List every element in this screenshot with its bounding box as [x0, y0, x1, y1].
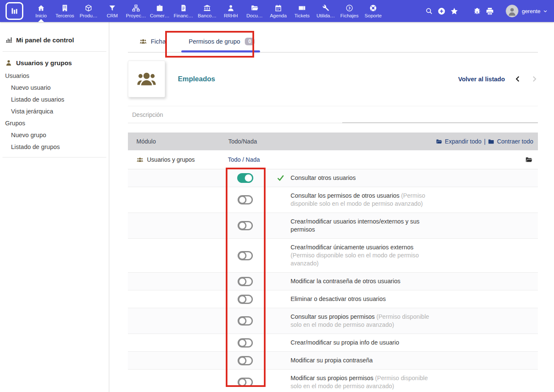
tab-permisos-de-grupo[interactable]: Permisos de grupo 0	[177, 31, 266, 52]
sidebar-item-nuevo-grupo[interactable]: Nuevo grupo	[0, 129, 109, 141]
sidebar-item-users-groups[interactable]: Usuarios y grupos	[0, 56, 109, 70]
debug-bug-icon[interactable]	[471, 4, 484, 18]
divider	[3, 51, 106, 52]
permission-toggle[interactable]	[238, 378, 253, 387]
group-photo-card	[128, 61, 165, 97]
print-icon[interactable]	[484, 4, 496, 18]
permission-row: Modificar la contraseña de otros usuario…	[128, 273, 538, 290]
user-silhouette-icon	[507, 7, 517, 17]
divider	[3, 157, 106, 157]
chevron-left-icon[interactable]	[514, 75, 521, 83]
top-navbar: Inicio Terceros Produ… CRM Proyec… Comer…	[0, 0, 554, 22]
quick-add-icon[interactable]	[435, 4, 448, 18]
sidebar-item-nuevo-usuario[interactable]: Nuevo usuario	[0, 82, 109, 94]
column-header-toggle: Todo/Nada	[220, 138, 270, 145]
permission-toggle[interactable]	[238, 295, 253, 304]
permission-toggle[interactable]	[238, 356, 253, 365]
permission-label: Consultar sus propios permisos	[291, 313, 375, 320]
permission-label: Modificar la contraseña de otros usuario…	[291, 278, 400, 284]
chevron-right-icon	[531, 75, 538, 83]
sidebar-menu-groups: UsuariosNuevo usuarioListado de usuarios…	[0, 70, 109, 153]
bookmark-star-icon[interactable]	[448, 4, 461, 18]
permission-toggle[interactable]	[238, 338, 253, 348]
left-sidebar: Mi panel de control Usuarios y grupos Us…	[0, 22, 109, 392]
description-label: Descripción	[128, 106, 342, 123]
permissions-table: Módulo Todo/Nada Expandir todo | Contrae…	[128, 133, 538, 392]
permission-row: Consultar los permisos de otros usuarios…	[128, 187, 538, 213]
user-icon	[5, 59, 12, 66]
column-header-module: Módulo	[128, 138, 220, 145]
building-icon	[61, 4, 69, 12]
sidebar-item-listado-de-grupos[interactable]: Listado de grupos	[0, 141, 109, 153]
permission-toggle[interactable]	[238, 195, 253, 204]
navbar-item-rrhh[interactable]: RRHH	[219, 0, 243, 22]
todo-nada-link[interactable]: Todo / Nada	[228, 156, 260, 163]
permission-label: Modificar su propia contraseña	[291, 357, 373, 364]
collapse-all-link[interactable]: Contraer todo	[488, 138, 533, 145]
permission-row: Crear/modificar usuarios internos/extern…	[128, 213, 538, 239]
users-group-icon	[136, 68, 158, 90]
permission-toggle[interactable]	[238, 277, 253, 286]
chart-bar-icon	[5, 36, 12, 44]
chevron-down-icon[interactable]	[543, 8, 548, 14]
permissions-count-badge: 0	[245, 38, 255, 45]
sidebar-item-dashboard[interactable]: Mi panel de control	[0, 33, 109, 47]
permission-rows: Consultar otros usuarios Consultar los p…	[128, 169, 538, 392]
navbar-item-fichajes[interactable]: Fichajes	[338, 0, 361, 22]
navbar-item-terceros[interactable]: Terceros	[53, 0, 77, 22]
group-header: Empleados Volver al listado	[128, 61, 538, 97]
navbar-item-crm[interactable]: CRM	[100, 0, 124, 22]
permission-row: Crear/modificar su propia info de usuari…	[128, 334, 538, 352]
sitemap-icon	[132, 4, 140, 12]
module-collapse-folder-icon[interactable]	[525, 156, 538, 163]
permission-note: (Permiso disponible solo en el modo de p…	[291, 252, 419, 267]
permission-row: Consultar sus propios permisos (Permiso …	[128, 308, 538, 334]
navbar-item-docu[interactable]: Docu…	[243, 0, 266, 22]
dolibarr-logo[interactable]	[6, 2, 23, 20]
ticket-icon	[298, 4, 306, 12]
permission-label: Consultar otros usuarios	[291, 174, 356, 181]
check-icon	[277, 174, 285, 182]
sidebar-section-usuarios[interactable]: Usuarios	[0, 70, 109, 82]
sidebar-item-vista-jer-rquica[interactable]: Vista jerárquica	[0, 105, 109, 117]
permission-toggle[interactable]	[238, 251, 253, 260]
navbar-item-soporte[interactable]: Soporte	[361, 0, 385, 22]
navbar-item-proyec[interactable]: Proyec…	[124, 0, 148, 22]
sidebar-section-grupos[interactable]: Grupos	[0, 117, 109, 129]
permission-label: Eliminar o desactivar otros usuarios	[291, 295, 386, 302]
person-icon	[227, 4, 235, 12]
permission-row: Consultar otros usuarios	[128, 169, 538, 187]
sidebar-item-listado-de-usuarios[interactable]: Listado de usuarios	[0, 94, 109, 105]
permission-row: Modificar sus propios permisos (Permiso …	[128, 370, 538, 392]
users-group-icon	[136, 156, 144, 163]
group-title: Empleados	[178, 75, 215, 83]
permission-label: Crear/modificar usuarios internos/extern…	[291, 218, 419, 233]
avatar[interactable]	[506, 5, 518, 17]
folder-open-icon	[436, 138, 442, 145]
expand-all-link[interactable]: Expandir todo	[436, 138, 481, 145]
navbar-item-utilida[interactable]: Utilida…	[314, 0, 338, 22]
permission-label: Modificar sus propios permisos	[291, 375, 374, 381]
navbar-item-inicio[interactable]: Inicio	[29, 0, 53, 22]
folder-open-icon	[251, 4, 258, 12]
navbar-item-financ[interactable]: Financ…	[172, 0, 195, 22]
briefcase-icon	[156, 4, 163, 12]
permission-label: Crear/modificar su propia info de usuari…	[291, 339, 399, 346]
home-icon	[37, 4, 45, 12]
back-to-list-link[interactable]: Volver al listado	[458, 76, 505, 83]
tools-icon	[322, 4, 330, 12]
permission-row: Modificar su propia contraseña	[128, 352, 538, 370]
navbar-item-tickets[interactable]: Tickets	[290, 0, 314, 22]
tab-ficha[interactable]: Ficha	[128, 31, 177, 52]
navbar-item-agenda[interactable]: Agenda	[266, 0, 290, 22]
navbar-item-comer[interactable]: Comer…	[148, 0, 172, 22]
permission-toggle[interactable]	[238, 221, 253, 230]
navbar-item-banco[interactable]: Banco…	[195, 0, 219, 22]
navbar-item-produ[interactable]: Produ…	[77, 0, 100, 22]
invoice-icon	[180, 4, 187, 12]
description-value	[342, 106, 538, 123]
permission-toggle[interactable]	[238, 316, 253, 326]
username-label[interactable]: gerente	[522, 8, 540, 14]
permission-toggle[interactable]	[237, 173, 253, 183]
search-icon[interactable]	[423, 4, 435, 18]
